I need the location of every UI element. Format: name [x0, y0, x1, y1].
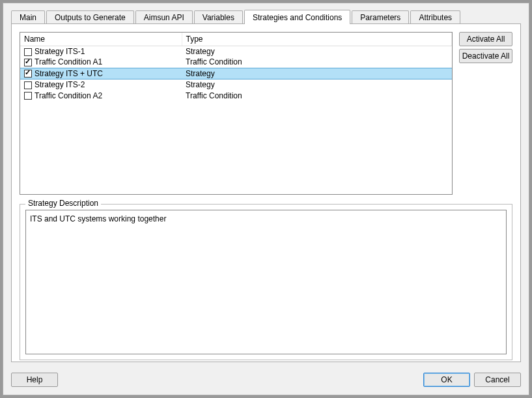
tab-main[interactable]: Main	[11, 10, 45, 25]
row-checkbox[interactable]	[24, 48, 32, 56]
description-textarea[interactable]: ITS and UTC systems working together	[25, 210, 507, 354]
strategies-table-wrap: Name Type Strategy ITS-1StrategyTraffic …	[20, 32, 453, 195]
tab-strategies-and-conditions[interactable]: Strategies and Conditions	[244, 10, 350, 24]
table-row[interactable]: Strategy ITS + UTCStrategy	[20, 68, 452, 79]
help-button[interactable]: Help	[11, 373, 58, 387]
row-name: Strategy ITS + UTC	[35, 69, 103, 78]
description-label: Strategy Description	[25, 199, 101, 208]
tab-aimsun-api[interactable]: Aimsun API	[135, 10, 193, 25]
row-checkbox[interactable]	[24, 59, 32, 66]
tab-bar: MainOutputs to GenerateAimsun APIVariabl…	[3, 3, 529, 24]
row-type: Traffic Condition	[182, 57, 452, 68]
row-checkbox[interactable]	[24, 81, 32, 89]
row-name: Strategy ITS-2	[35, 80, 85, 89]
bottom-bar: Help OK Cancel	[11, 373, 521, 387]
table-row[interactable]: Strategy ITS-2Strategy	[20, 79, 452, 90]
side-buttons: Activate All Deactivate All	[459, 32, 512, 195]
row-name: Traffic Condition A1	[35, 57, 102, 66]
activate-all-button[interactable]: Activate All	[459, 32, 512, 46]
upper-area: Name Type Strategy ITS-1StrategyTraffic …	[20, 32, 512, 195]
dialog-window: MainOutputs to GenerateAimsun APIVariabl…	[3, 3, 529, 395]
ok-button[interactable]: OK	[423, 373, 470, 387]
row-checkbox[interactable]	[24, 70, 32, 78]
tab-outputs-to-generate[interactable]: Outputs to Generate	[46, 10, 134, 25]
strategies-table: Name Type Strategy ITS-1StrategyTraffic …	[20, 33, 452, 101]
deactivate-all-button[interactable]: Deactivate All	[459, 49, 512, 63]
row-type: Strategy	[182, 79, 452, 90]
description-text: ITS and UTC systems working together	[30, 214, 166, 223]
col-header-type[interactable]: Type	[182, 33, 452, 46]
tab-panel-strategies: Name Type Strategy ITS-1StrategyTraffic …	[11, 23, 521, 362]
row-name: Strategy ITS-1	[35, 47, 85, 56]
table-row[interactable]: Traffic Condition A2Traffic Condition	[20, 90, 452, 101]
description-fieldset: Strategy Description ITS and UTC systems…	[20, 204, 512, 360]
cancel-button[interactable]: Cancel	[474, 373, 521, 387]
tab-attributes[interactable]: Attributes	[410, 10, 460, 25]
tab-variables[interactable]: Variables	[194, 10, 243, 25]
col-header-name[interactable]: Name	[20, 33, 182, 46]
row-type: Traffic Condition	[182, 90, 452, 101]
row-name: Traffic Condition A2	[35, 91, 102, 100]
row-checkbox[interactable]	[24, 92, 32, 100]
row-type: Strategy	[182, 68, 452, 79]
row-type: Strategy	[182, 46, 452, 57]
table-row[interactable]: Strategy ITS-1Strategy	[20, 46, 452, 57]
table-row[interactable]: Traffic Condition A1Traffic Condition	[20, 57, 452, 68]
tab-parameters[interactable]: Parameters	[352, 10, 409, 25]
